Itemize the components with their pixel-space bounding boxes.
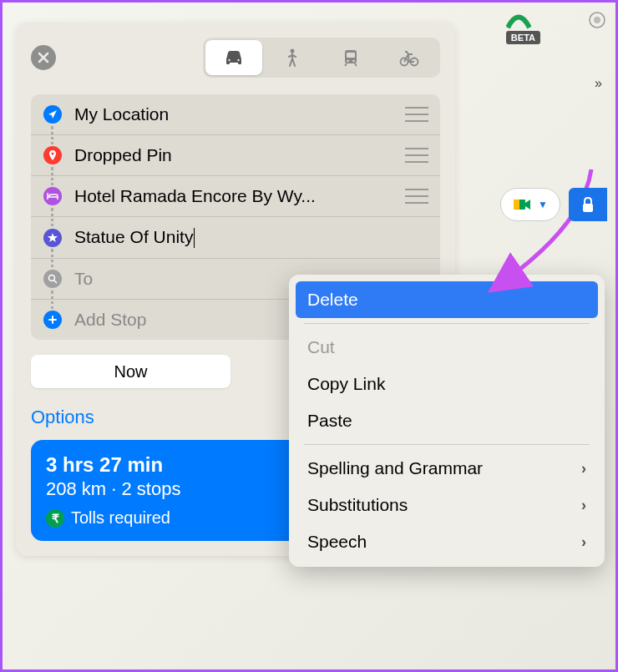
lock-button[interactable] — [569, 188, 607, 221]
panel-header — [31, 38, 440, 78]
beta-badge: BETA — [506, 31, 540, 44]
svg-point-13 — [594, 17, 600, 23]
svg-point-10 — [49, 195, 51, 196]
ctx-speech[interactable]: Speech › — [296, 523, 598, 560]
ctx-label: Speech — [307, 532, 367, 552]
svg-point-9 — [52, 153, 54, 155]
ctx-copy-link[interactable]: Copy Link — [296, 366, 598, 402]
stop-icon-column — [43, 187, 63, 205]
tab-icon-group: BETA — [506, 11, 540, 44]
stop-input-editing[interactable]: Statue Of Unity — [74, 227, 405, 248]
svg-point-1 — [237, 59, 239, 61]
tab-transit[interactable] — [322, 40, 379, 75]
meet-camera-button[interactable]: ▼ — [500, 188, 560, 221]
dropdown-caret-icon: ▼ — [538, 199, 548, 210]
svg-point-0 — [228, 59, 230, 61]
now-button[interactable]: Now — [31, 355, 230, 388]
transport-mode-tabs — [203, 38, 440, 78]
svg-point-6 — [352, 60, 355, 63]
ctx-divider — [304, 444, 590, 445]
side-buttons: ▼ — [500, 188, 607, 221]
bike-icon — [398, 47, 421, 68]
rupee-badge-icon: ₹ — [46, 509, 64, 528]
stop-row-statue[interactable]: Statue Of Unity — [31, 217, 440, 259]
chevron-right-icon: › — [581, 497, 586, 514]
stop-icon-column — [43, 105, 63, 124]
tab-car[interactable] — [205, 40, 262, 75]
top-right-icons — [587, 11, 607, 29]
stop-icon-column — [43, 146, 63, 164]
pin-icon — [43, 146, 62, 164]
ctx-divider — [304, 323, 590, 324]
stop-icon-column — [43, 270, 63, 288]
tab-bike[interactable] — [381, 40, 438, 75]
close-button[interactable] — [31, 45, 56, 70]
stop-icon-column — [43, 311, 63, 329]
svg-rect-16 — [583, 204, 593, 212]
tab-arc-icon — [506, 11, 531, 31]
text-cursor — [194, 228, 195, 248]
ctx-substitutions[interactable]: Substitutions › — [296, 487, 598, 523]
plus-icon — [43, 311, 62, 329]
drag-handle[interactable] — [405, 107, 428, 122]
context-menu: Delete Cut Copy Link Paste Spelling and … — [289, 275, 605, 567]
ctx-paste[interactable]: Paste — [296, 402, 598, 439]
tab-walk[interactable] — [264, 40, 321, 75]
walk-icon — [281, 47, 304, 68]
stop-label: Dropped Pin — [74, 145, 405, 165]
stop-row-dropped-pin[interactable]: Dropped Pin — [31, 135, 440, 176]
svg-point-5 — [347, 60, 349, 63]
tolls-label: Tolls required — [71, 508, 170, 528]
stop-label: Hotel Ramada Encore By Wy... — [74, 186, 405, 206]
drag-handle[interactable] — [405, 148, 428, 163]
stop-row-my-location[interactable]: My Location — [31, 94, 440, 135]
transit-icon — [339, 47, 362, 68]
svg-rect-15 — [514, 200, 519, 210]
chevron-right-icon: › — [581, 460, 586, 477]
star-icon — [43, 229, 62, 247]
drag-handle[interactable] — [405, 189, 428, 204]
ctx-spelling-grammar[interactable]: Spelling and Grammar › — [296, 450, 598, 487]
close-icon — [38, 52, 49, 63]
svg-rect-4 — [347, 53, 355, 58]
chevron-right-icon: › — [581, 533, 586, 551]
svg-point-11 — [49, 275, 55, 281]
right-side-panel: BETA » ▼ — [500, 11, 607, 221]
ctx-label: Spelling and Grammar — [307, 458, 483, 478]
location-arrow-icon — [43, 105, 62, 124]
stop-row-hotel[interactable]: Hotel Ramada Encore By Wy... — [31, 176, 440, 217]
shield-icon — [587, 11, 607, 29]
search-icon — [43, 270, 62, 288]
lock-icon — [580, 196, 595, 213]
svg-point-2 — [291, 49, 295, 53]
camera-icon — [513, 197, 533, 212]
car-icon — [222, 47, 246, 68]
stop-icon-column — [43, 229, 63, 247]
stop-label: My Location — [74, 104, 405, 124]
overflow-chevrons[interactable]: » — [590, 71, 607, 96]
ctx-delete[interactable]: Delete — [296, 281, 598, 318]
ctx-cut: Cut — [296, 329, 598, 366]
ctx-label: Substitutions — [307, 495, 408, 515]
hotel-bed-icon — [43, 187, 62, 205]
